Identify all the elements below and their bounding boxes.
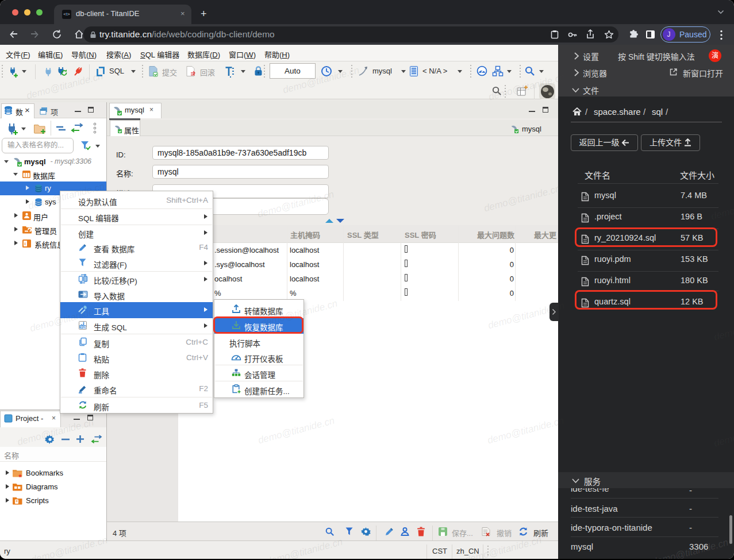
svg-text:i: i (25, 241, 26, 246)
svg-text:SQL: SQL (80, 325, 87, 329)
